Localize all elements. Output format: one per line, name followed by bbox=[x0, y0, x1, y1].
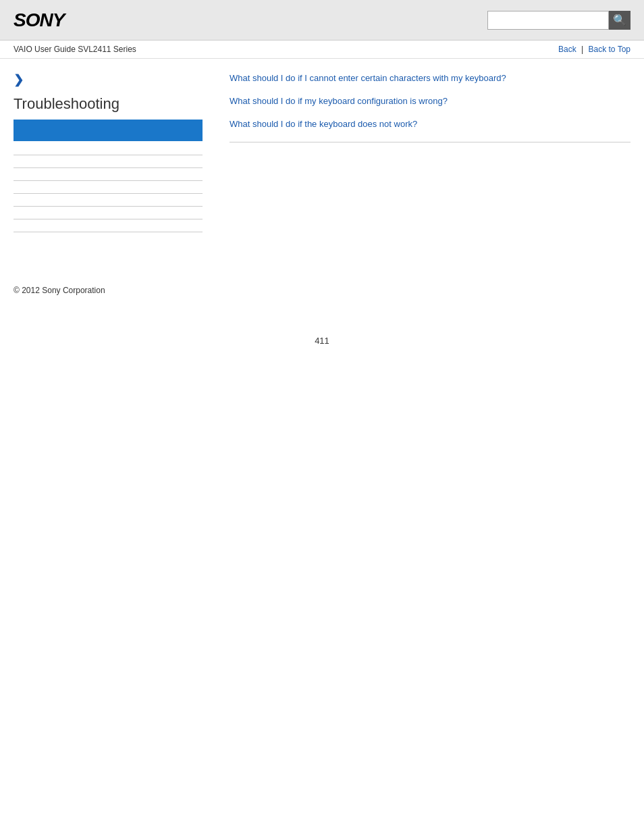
back-to-top-link[interactable]: Back to Top bbox=[589, 45, 630, 54]
sidebar-divider-3 bbox=[14, 180, 203, 181]
content-area: What should I do if I cannot enter certa… bbox=[216, 72, 630, 244]
list-item: What should I do if the keyboard does no… bbox=[230, 118, 630, 130]
sidebar-divider-4 bbox=[14, 193, 203, 194]
sidebar-divider-1 bbox=[14, 155, 203, 155]
search-input[interactable] bbox=[487, 11, 609, 30]
search-button[interactable]: 🔍 bbox=[609, 11, 630, 30]
nav-links: Back | Back to Top bbox=[558, 45, 630, 54]
page-footer: © 2012 Sony Corporation bbox=[0, 271, 644, 309]
keyboard-config-link[interactable]: What should I do if my keyboard configur… bbox=[230, 96, 448, 106]
search-icon: 🔍 bbox=[613, 14, 626, 26]
list-item: What should I do if I cannot enter certa… bbox=[230, 72, 630, 84]
keyboard-chars-link[interactable]: What should I do if I cannot enter certa… bbox=[230, 73, 506, 83]
list-item: What should I do if my keyboard configur… bbox=[230, 95, 630, 107]
back-link[interactable]: Back bbox=[558, 45, 576, 54]
sidebar-title: Troubleshooting bbox=[14, 95, 203, 113]
sony-logo: SONY bbox=[14, 9, 64, 31]
guide-title: VAIO User Guide SVL2411 Series bbox=[14, 45, 136, 54]
sidebar-active-bar bbox=[14, 120, 203, 141]
nav-bar: VAIO User Guide SVL2411 Series Back | Ba… bbox=[0, 41, 644, 59]
content-links: What should I do if I cannot enter certa… bbox=[230, 72, 630, 131]
sidebar-divider-2 bbox=[14, 167, 203, 168]
nav-separator: | bbox=[581, 45, 583, 54]
sidebar-divider-7 bbox=[14, 232, 203, 232]
sidebar: ❯ Troubleshooting bbox=[14, 72, 216, 244]
main-content: ❯ Troubleshooting What should I do if I … bbox=[0, 59, 644, 258]
search-area: 🔍 bbox=[487, 11, 630, 30]
sidebar-divider-6 bbox=[14, 219, 203, 219]
keyboard-not-work-link[interactable]: What should I do if the keyboard does no… bbox=[230, 119, 417, 129]
sidebar-arrow: ❯ bbox=[14, 72, 203, 87]
page-number: 411 bbox=[0, 336, 644, 359]
copyright: © 2012 Sony Corporation bbox=[14, 286, 105, 295]
sidebar-divider-5 bbox=[14, 206, 203, 207]
content-divider bbox=[230, 142, 630, 142]
page-header: SONY 🔍 bbox=[0, 0, 644, 41]
